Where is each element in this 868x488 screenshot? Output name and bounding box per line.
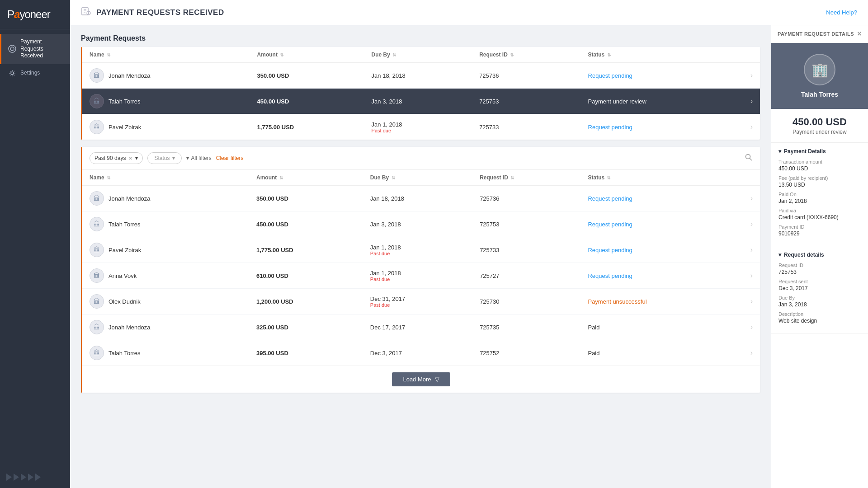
due-by-cell: Jan 1, 2018Past due xyxy=(363,237,472,263)
close-panel-button[interactable]: × xyxy=(857,30,862,38)
row-chevron-icon[interactable]: › xyxy=(750,246,753,253)
table-row[interactable]: 🏛Jonah Mendoza xyxy=(82,314,249,340)
clear-filters-button[interactable]: Clear filters xyxy=(216,155,244,161)
col-due-by[interactable]: Due By ⇅ xyxy=(364,47,472,63)
table-row[interactable]: 🏛Jonah Mendoza xyxy=(82,63,250,89)
avatar: 🏛 xyxy=(90,294,104,309)
table-row[interactable]: 🏛Talah Torres xyxy=(82,340,249,366)
status-filter[interactable]: Status ▾ xyxy=(147,152,182,164)
amount-cell: 325.00 USD xyxy=(249,314,363,340)
table-row[interactable]: 🏛Olex Dudnik xyxy=(82,289,249,314)
table-row[interactable]: 🏛Pavel Zbirak xyxy=(82,237,249,263)
chevron-cell[interactable]: › xyxy=(743,186,760,211)
col-request-id[interactable]: Request ID ⇅ xyxy=(472,47,580,63)
load-more-button[interactable]: Load More ▽ xyxy=(392,372,450,386)
table-row[interactable]: 🏛Talah Torres xyxy=(82,89,250,114)
amount-cell: 610.00 USD xyxy=(249,263,363,289)
contact-name: Olex Dudnik xyxy=(108,298,141,305)
chevron-cell[interactable]: › xyxy=(743,289,760,314)
contact-icon: 🏛 xyxy=(94,123,100,131)
status-cell: Request pending xyxy=(580,186,743,211)
row-chevron-icon[interactable]: › xyxy=(750,272,753,279)
col-name[interactable]: Name ⇅ xyxy=(82,170,249,186)
all-filters-button[interactable]: ▾ All filters xyxy=(186,155,211,161)
contact-icon: 🏛 xyxy=(94,349,100,357)
svg-point-2 xyxy=(11,72,14,75)
col-amount[interactable]: Amount ⇅ xyxy=(250,47,364,63)
detail-label: Due By xyxy=(778,295,861,300)
col-name[interactable]: Name ⇅ xyxy=(82,47,250,63)
col-amount[interactable]: Amount ⇅ xyxy=(249,170,363,186)
chevron-cell[interactable]: › xyxy=(743,314,760,340)
chevron-cell[interactable]: › xyxy=(743,63,760,89)
search-icon[interactable] xyxy=(745,153,753,163)
amount-cell: 450.00 USD xyxy=(250,89,364,114)
status-cell: Paid xyxy=(580,340,743,366)
past-due-label: Past due xyxy=(372,128,465,133)
sidebar-item-settings[interactable]: Settings xyxy=(0,64,70,82)
chevron-cell[interactable]: › xyxy=(743,211,760,237)
row-chevron-icon[interactable]: › xyxy=(750,97,753,105)
status-link[interactable]: Request pending xyxy=(588,72,632,79)
table-row[interactable]: 🏛Pavel Zbirak xyxy=(82,114,250,140)
status-link[interactable]: Request pending xyxy=(588,272,632,279)
due-by-cell: Jan 18, 2018 xyxy=(364,63,472,89)
col-request-id[interactable]: Request ID ⇅ xyxy=(472,170,580,186)
col-due-by[interactable]: Due By ⇅ xyxy=(363,170,472,186)
row-chevron-icon[interactable]: › xyxy=(750,71,753,79)
status-cell: Payment under review xyxy=(581,89,743,114)
amount-cell: 395.00 USD xyxy=(249,340,363,366)
panel-header: PAYMENT REQUEST DETAILS × xyxy=(771,25,868,43)
amount-cell: 450.00 USD xyxy=(249,211,363,237)
date-range-filter[interactable]: Past 90 days ✕ ▾ xyxy=(90,152,143,164)
status-link[interactable]: Request pending xyxy=(588,195,632,202)
row-chevron-icon[interactable]: › xyxy=(750,194,753,202)
due-by-cell: Jan 3, 2018 xyxy=(363,211,472,237)
panel-avatar-section: 🏢 Talah Torres xyxy=(771,43,868,109)
row-chevron-icon[interactable]: › xyxy=(750,297,753,305)
chevron-cell[interactable]: › xyxy=(743,237,760,263)
collapse-icon[interactable]: ▾ xyxy=(778,148,781,155)
remove-date-filter-icon[interactable]: ✕ xyxy=(128,155,132,161)
sidebar-bottom xyxy=(0,466,70,488)
chevron-cell[interactable]: › xyxy=(743,340,760,366)
payoneer-logo: Payoneer xyxy=(7,8,63,21)
avatar: 🏛 xyxy=(90,346,104,360)
row-chevron-icon[interactable]: › xyxy=(750,220,753,228)
row-chevron-icon[interactable]: › xyxy=(750,349,753,357)
table-row[interactable]: 🏛Jonah Mendoza xyxy=(82,186,249,211)
detail-value: 9010929 xyxy=(778,230,861,237)
detail-label: Request sent xyxy=(778,279,861,284)
due-by-cell: Dec 17, 2017 xyxy=(363,314,472,340)
status-link[interactable]: Request pending xyxy=(588,221,632,228)
due-by-cell: Jan 18, 2018 xyxy=(363,186,472,211)
contact-icon: 🏛 xyxy=(94,298,100,305)
row-chevron-icon[interactable]: › xyxy=(750,123,753,131)
status-link-orange[interactable]: Payment unsuccessful xyxy=(588,298,646,305)
chevron-cell[interactable]: › xyxy=(743,263,760,289)
table-row[interactable]: 🏛Anna Vovk xyxy=(82,263,249,289)
status-filter-label: Status xyxy=(154,155,170,161)
detail-label: Description xyxy=(778,311,861,317)
list-item: Payment ID9010929 xyxy=(778,224,861,237)
list-item: Paid OnJan 2, 2018 xyxy=(778,192,861,204)
due-by-cell: Jan 3, 2018 xyxy=(364,89,472,114)
header-left: PAYMENT REQUESTS RECEIVED xyxy=(81,6,224,19)
due-by-cell: Dec 3, 2017 xyxy=(363,340,472,366)
status-link[interactable]: Request pending xyxy=(588,124,632,131)
table-row[interactable]: 🏛Talah Torres xyxy=(82,211,249,237)
col-status[interactable]: Status ⇅ xyxy=(581,47,743,63)
request-id-cell: 725727 xyxy=(472,263,580,289)
row-chevron-icon[interactable]: › xyxy=(750,323,753,331)
chevron-cell[interactable]: › xyxy=(743,114,760,140)
chevron-cell[interactable]: › xyxy=(743,89,760,114)
section-title: Payment Requests xyxy=(81,34,760,42)
collapse-icon[interactable]: ▾ xyxy=(778,252,781,258)
status-link[interactable]: Request pending xyxy=(588,247,632,253)
list-item: Fee (paid by recipient)13.50 USD xyxy=(778,175,861,188)
amount-cell: 1,200.00 USD xyxy=(249,289,363,314)
settings-icon xyxy=(8,69,17,78)
sidebar-item-payment-requests[interactable]: Payment Requests Received xyxy=(0,34,70,64)
need-help-link[interactable]: Need Help? xyxy=(826,9,857,16)
col-status[interactable]: Status ⇅ xyxy=(580,170,743,186)
